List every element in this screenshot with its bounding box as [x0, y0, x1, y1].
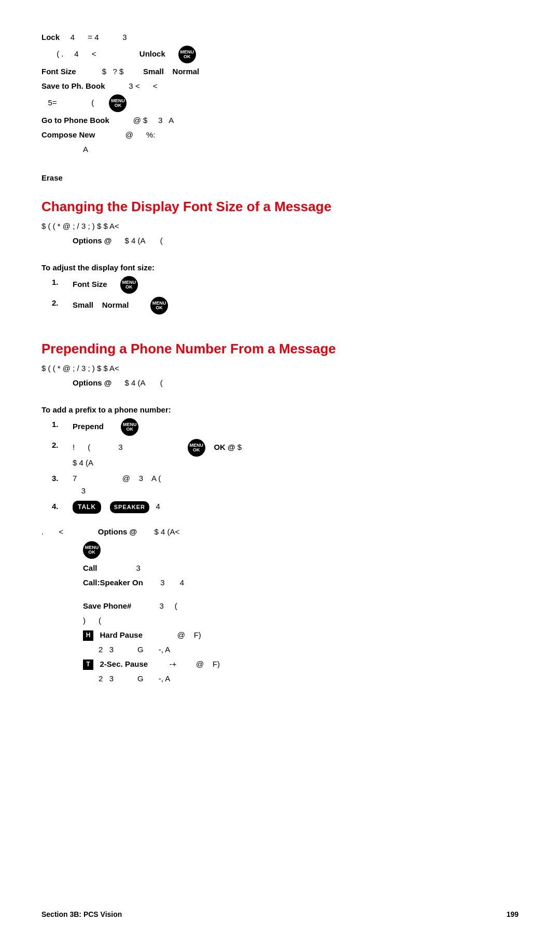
section2-step2: 2. ! ( 3 MENUOK OK @ $ $ 4 (A	[52, 439, 519, 469]
line-a: A	[83, 143, 519, 156]
hardpause-label: Hard Pause	[100, 630, 143, 639]
menu-hardpause-sub: 2 3 G -, A	[83, 643, 519, 656]
line-2: ( . 4 < Unlock MENUOK	[41, 46, 519, 63]
normal-step-label: Normal	[102, 300, 129, 309]
section1-desc2: Options @ $ 4 (A (	[73, 235, 519, 247]
prepend-label: Prepend	[73, 422, 104, 431]
normal-label-1: Normal	[173, 67, 200, 76]
fontsize-step-label: Font Size	[73, 280, 107, 289]
menu-ok-badge-4: MENUOK	[150, 297, 168, 314]
small-label: Small	[143, 67, 164, 76]
footer: Section 3B: PCS Vision 199	[41, 910, 519, 918]
options-label-2: Options @	[73, 378, 111, 387]
footer-left: Section 3B: PCS Vision	[41, 910, 122, 918]
section2-desc1: $ ( ( * @ ; / 3 ; ) $ $ A<	[41, 362, 519, 375]
line-savephbook: Save to Ph. Book 3 < <	[41, 80, 519, 92]
menu-ok-line: MENUOK	[83, 541, 519, 559]
menu-ok-badge-1: MENUOK	[178, 46, 196, 63]
t-icon: T	[83, 660, 93, 670]
menu-hardpause: H Hard Pause @ F)	[83, 629, 519, 641]
options-label-1: Options @	[73, 236, 111, 245]
menu-2secpause: T 2-Sec. Pause -+ @ F)	[83, 658, 519, 670]
section1-steps: 1. Font Size MENUOK 2. Small Normal MENU…	[52, 276, 519, 314]
line-composenew: Compose New @ %:	[41, 129, 519, 141]
callspeaker-label: Call:Speaker On	[83, 578, 143, 587]
erase-label: Erase	[41, 173, 63, 182]
section2-desc2: Options @ $ 4 (A (	[73, 377, 519, 389]
composenew-label: Compose New	[41, 130, 95, 139]
ok-at-label: OK @	[214, 443, 235, 451]
line-lock: Lock 4 = 4 3	[41, 31, 519, 44]
section2-step4: 4. TALK SPEAKER 4	[52, 500, 519, 514]
section2-step1: 1. Prepend MENUOK	[52, 418, 519, 436]
page-content: Lock 4 = 4 3 ( . 4 < Unlock MENUOK Font …	[41, 21, 519, 685]
section2-step3: 3. 7 @ 3 A ( 3	[52, 472, 519, 497]
menu-savephone: Save Phone# 3 (	[83, 600, 519, 612]
section2-instruction: To add a prefix to a phone number:	[41, 405, 519, 414]
options-label-3: Options @	[98, 527, 137, 536]
dot-line: . < Options @ $ 4 (A<	[41, 526, 519, 538]
top-table: Lock 4 = 4 3 ( . 4 < Unlock MENUOK Font …	[41, 31, 519, 184]
menu-call-speaker: Call:Speaker On 3 4	[83, 576, 519, 589]
section2-steps: 1. Prepend MENUOK 2. ! ( 3 MENUOK OK @ $	[52, 418, 519, 514]
section1-instruction: To adjust the display font size:	[41, 263, 519, 272]
menu-ok-badge-6: MENUOK	[188, 439, 205, 457]
section1-step2: 2. Small Normal MENUOK	[52, 297, 519, 314]
menu-ok-badge-3: MENUOK	[120, 276, 138, 294]
line-gotophbook: Go to Phone Book @ $ 3 A	[41, 114, 519, 127]
menu-savephone-sub: ) (	[83, 614, 519, 627]
section1-title: Changing the Display Font Size of a Mess…	[41, 199, 519, 215]
small-step-label: Small	[73, 300, 93, 309]
step2-sub: $ 4 (A	[73, 458, 93, 467]
2secpause-label: 2-Sec. Pause	[100, 660, 148, 668]
talk-badge: TALK	[73, 501, 101, 514]
lock-label: Lock	[41, 33, 60, 42]
menu-items-block: MENUOK Call 3 Call:Speaker On 3 4 Save P…	[83, 541, 519, 685]
menu-call: Call 3	[83, 562, 519, 574]
line-fontsize: Font Size $ ? $ Small Normal	[41, 65, 519, 78]
menu-ok-badge-5: MENUOK	[121, 418, 138, 436]
menu-2secpause-sub: 2 3 G -, A	[83, 672, 519, 685]
section2-title: Prepending a Phone Number From a Message	[41, 341, 519, 357]
h-icon: H	[83, 630, 93, 641]
savephbook-label: Save to Ph. Book	[41, 81, 105, 90]
section1-step1: 1. Font Size MENUOK	[52, 276, 519, 294]
fontsize-label: Font Size	[41, 67, 76, 76]
gotophbook-label: Go to Phone Book	[41, 116, 109, 125]
footer-right: 199	[507, 910, 519, 918]
line-erase: Erase	[41, 172, 519, 184]
call-label: Call	[83, 564, 97, 572]
line-5eq: 5= ( MENUOK	[41, 94, 519, 112]
speaker-badge: SPEAKER	[110, 501, 149, 514]
menu-ok-badge-2: MENUOK	[109, 94, 127, 112]
unlock-label: Unlock	[139, 49, 165, 58]
section1-desc1: $ ( ( * @ ; / 3 ; ) $ $ A<	[41, 220, 519, 232]
menu-ok-badge-7: MENUOK	[83, 541, 101, 559]
savephone-label: Save Phone#	[83, 601, 131, 610]
